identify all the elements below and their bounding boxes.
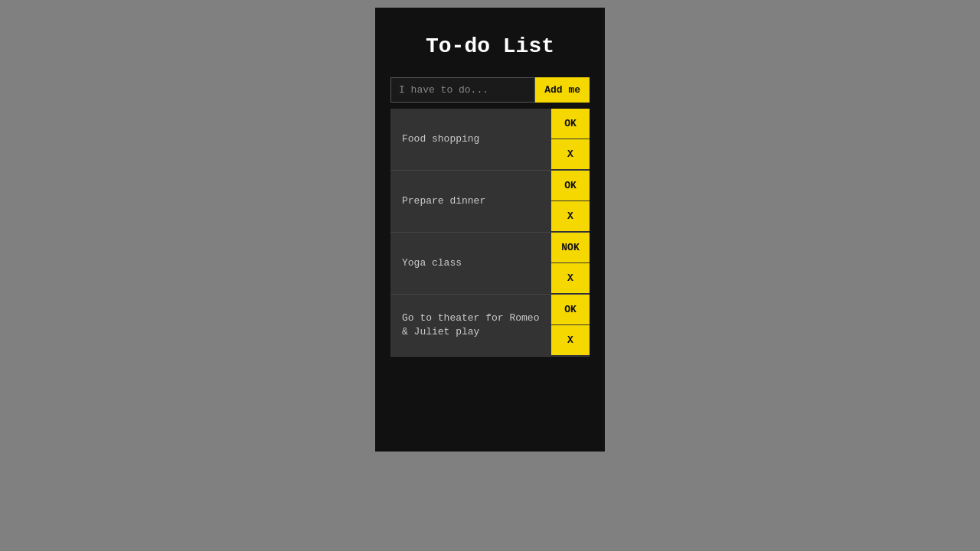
task-text-area: Go to theater for Romeo & Juliet play bbox=[390, 295, 551, 356]
task-text: Yoga class bbox=[402, 256, 462, 270]
task-item: Food shopping OK X bbox=[390, 109, 590, 171]
x-button[interactable]: X bbox=[551, 325, 590, 356]
x-button[interactable]: X bbox=[551, 139, 590, 170]
task-input[interactable] bbox=[390, 77, 535, 103]
ok-button[interactable]: NOK bbox=[551, 233, 590, 263]
task-buttons: OK X bbox=[551, 109, 590, 170]
task-item: Yoga class NOK X bbox=[390, 233, 590, 295]
task-item: Prepare dinner OK X bbox=[390, 171, 590, 233]
task-text: Food shopping bbox=[402, 132, 479, 146]
task-buttons: OK X bbox=[551, 295, 590, 356]
task-buttons: OK X bbox=[551, 171, 590, 232]
task-text-area: Food shopping bbox=[390, 109, 551, 170]
app-title: To-do List bbox=[390, 23, 590, 77]
task-item: Go to theater for Romeo & Juliet play OK… bbox=[390, 295, 590, 357]
task-list: Food shopping OK X Prepare dinner OK X Y… bbox=[390, 109, 590, 357]
ok-button[interactable]: OK bbox=[551, 109, 590, 139]
x-button[interactable]: X bbox=[551, 201, 590, 232]
task-text: Prepare dinner bbox=[402, 194, 485, 208]
app-container: To-do List Add me Food shopping OK X Pre… bbox=[375, 8, 605, 452]
task-text-area: Prepare dinner bbox=[390, 171, 551, 232]
task-text-area: Yoga class bbox=[390, 233, 551, 294]
add-button[interactable]: Add me bbox=[535, 77, 590, 103]
task-text: Go to theater for Romeo & Juliet play bbox=[402, 311, 540, 339]
ok-button[interactable]: OK bbox=[551, 171, 590, 201]
input-row: Add me bbox=[390, 77, 590, 103]
task-buttons: NOK X bbox=[551, 233, 590, 294]
ok-button[interactable]: OK bbox=[551, 295, 590, 325]
x-button[interactable]: X bbox=[551, 263, 590, 294]
